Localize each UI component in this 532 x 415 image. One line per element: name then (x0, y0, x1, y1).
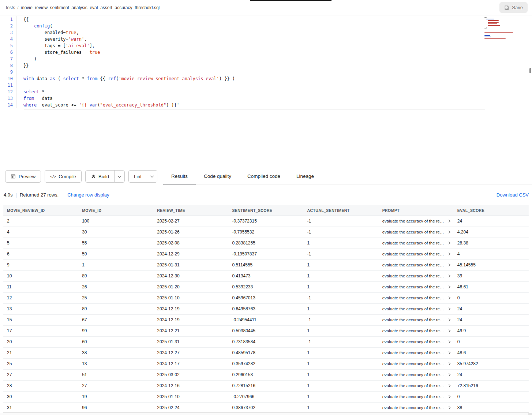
table-cell: -0.24954411 (228, 314, 303, 325)
code-line[interactable]: 2 config( (0, 23, 532, 29)
preview-button-label: Preview (19, 174, 35, 179)
expand-cell-chevron-icon[interactable] (447, 395, 450, 398)
code-line[interactable]: 12select * (0, 89, 532, 95)
table-cell: 27 (78, 380, 153, 391)
code-line[interactable]: 7 ) (0, 56, 532, 62)
column-header[interactable]: MOVIE_ID (78, 205, 153, 216)
table-cell: 100 (78, 216, 153, 227)
compile-button[interactable]: </> Compile (45, 170, 82, 183)
table-cell: 28 (3, 380, 78, 391)
expand-cell-chevron-icon[interactable] (447, 329, 450, 332)
expand-cell-chevron-icon[interactable] (447, 351, 450, 354)
build-hammer-icon (91, 174, 95, 179)
table-cell: 4.204 (454, 227, 529, 238)
table-cell: 0.48595178 (228, 347, 303, 358)
build-button-label: Build (98, 174, 109, 179)
minimap[interactable] (484, 17, 525, 40)
line-number: 13 (0, 95, 17, 102)
breadcrumb-filename: movie_review_sentiment_analysis_eval_ass… (21, 5, 160, 10)
column-header[interactable]: MOVIE_REVIEW_ID (3, 205, 78, 216)
code-line[interactable]: 3 enabled=true, (0, 29, 532, 36)
expand-cell-chevron-icon[interactable] (447, 231, 450, 233)
code-editor[interactable]: 1{{2 config(3 enabled=true,4 severity='w… (0, 15, 532, 168)
table-cell: 1 (304, 391, 379, 402)
expand-cell-chevron-icon[interactable] (447, 242, 450, 244)
expand-cell-chevron-icon[interactable] (447, 406, 450, 409)
table-row: 21002025-02-27-0.37372315-1evaluate the … (3, 216, 529, 227)
code-line[interactable]: 8}} (0, 62, 532, 69)
breadcrumb-separator: / (17, 5, 18, 10)
table-cell: 10 (3, 270, 78, 281)
line-number: 4 (0, 36, 17, 42)
download-csv-link[interactable]: Download CSV (497, 192, 529, 198)
code-line-text: severity='warn', (17, 36, 87, 42)
table-cell: 15 (3, 314, 78, 325)
lint-dropdown-button[interactable] (147, 171, 157, 182)
save-button[interactable]: Save (499, 2, 528, 13)
expand-cell-chevron-icon[interactable] (447, 263, 450, 266)
table-cell: evaluate the accuracy of the res… (379, 336, 454, 347)
expand-cell-chevron-icon[interactable] (447, 285, 450, 288)
change-row-display-link[interactable]: Change row display (67, 192, 109, 198)
code-line[interactable]: 11 (0, 82, 532, 89)
code-line[interactable]: 1{{ (0, 16, 532, 23)
expand-cell-chevron-icon[interactable] (447, 362, 450, 365)
editor-scrollbar[interactable] (529, 15, 532, 168)
table-cell: 0 (454, 391, 529, 402)
tab-results[interactable]: Results (163, 168, 196, 184)
code-line[interactable]: 5 tags = ['ai_eval'], (0, 42, 532, 49)
expand-cell-chevron-icon[interactable] (447, 274, 450, 277)
table-cell: 2024-12-16 (153, 380, 228, 391)
column-header[interactable]: REVIEW_TIME (153, 205, 228, 216)
column-header[interactable]: EVAL_SCORE (454, 205, 529, 216)
tab-compiled-code[interactable]: Compiled code (239, 168, 288, 184)
table-cell: evaluate the accuracy of the res… (379, 238, 454, 248)
tab-lineage[interactable]: Lineage (288, 168, 322, 184)
code-line[interactable]: 10with data as ( select * from {{ ref('m… (0, 75, 532, 82)
expand-cell-chevron-icon[interactable] (447, 253, 450, 255)
table-cell: 2024-12-21 (153, 325, 228, 336)
tab-code-quality[interactable]: Code quality (196, 168, 239, 184)
horizontal-scrollbar[interactable] (0, 413, 532, 415)
table-row: 28272024-12-160.728152161evaluate the ac… (3, 380, 529, 391)
table-cell: evaluate the accuracy of the res… (379, 270, 454, 281)
code-line[interactable]: 14where eval_score <= '{{ var("eval_accu… (0, 102, 532, 108)
expand-cell-chevron-icon[interactable] (447, 318, 450, 321)
code-line-text (17, 69, 23, 75)
column-header[interactable]: PROMPT (379, 205, 454, 216)
table-cell: 67 (78, 314, 153, 325)
build-button[interactable]: Build (86, 171, 114, 182)
expand-cell-chevron-icon[interactable] (447, 373, 450, 376)
lint-button[interactable]: Lint (129, 171, 147, 182)
table-cell: 24 (454, 303, 529, 314)
table-cell: -0.7955532 (228, 227, 303, 238)
code-line[interactable]: 4 severity='warn', (0, 36, 532, 42)
breadcrumb-folder[interactable]: tests (6, 5, 15, 10)
results-tabs: ResultsCode qualityCompiled codeLineage (163, 168, 532, 184)
breadcrumb: tests / movie_review_sentiment_analysis_… (6, 5, 160, 10)
expand-cell-chevron-icon[interactable] (447, 220, 450, 223)
table-cell: 39 (454, 270, 529, 281)
expand-cell-chevron-icon[interactable] (447, 340, 450, 343)
expand-cell-chevron-icon[interactable] (447, 307, 450, 310)
preview-button[interactable]: Preview (5, 170, 41, 183)
column-header[interactable]: ACTUAL_SENTIMENT (304, 205, 379, 216)
code-line[interactable]: 13from data (0, 95, 532, 102)
editor-lines: 1{{2 config(3 enabled=true,4 severity='w… (0, 16, 532, 108)
column-header[interactable]: SENTIMENT_SCORE (228, 205, 303, 216)
code-line[interactable]: 6 store_failures = true (0, 49, 532, 56)
code-line[interactable]: 9 (0, 69, 532, 75)
build-dropdown-button[interactable] (114, 171, 124, 182)
editor-scrollbar-thumb[interactable] (529, 68, 531, 73)
table-cell: -1 (304, 292, 379, 303)
save-icon (504, 5, 509, 10)
prompt-text: evaluate the accuracy of the res… (382, 405, 445, 410)
expand-cell-chevron-icon[interactable] (447, 384, 450, 387)
prompt-text: evaluate the accuracy of the res… (382, 340, 445, 344)
table-cell: 30 (78, 227, 153, 238)
expand-cell-chevron-icon[interactable] (447, 296, 450, 299)
table-cell: 1 (304, 238, 379, 248)
row-count: Returned 27 rows. (20, 192, 59, 198)
table-cell: 2024-12-30 (153, 270, 228, 281)
table-row: 30192025-01-10-0.27079661evaluate the ac… (3, 391, 529, 402)
